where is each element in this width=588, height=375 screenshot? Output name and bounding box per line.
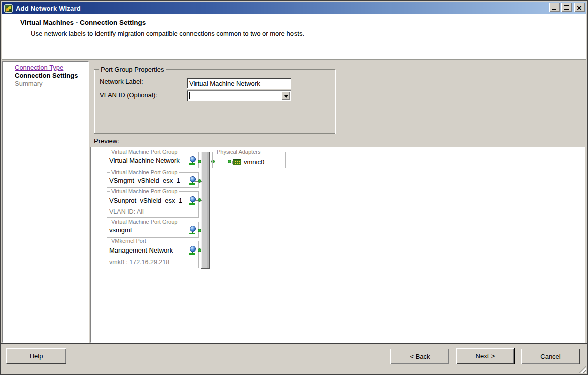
close-button[interactable]: × [574, 3, 585, 12]
wizard-header: Virtual Machines - Connection Settings U… [2, 14, 586, 60]
help-button[interactable]: Help [6, 348, 66, 364]
vlan-dropdown-button[interactable] [282, 91, 290, 100]
vlan-id-label: VLAN ID (Optional): [100, 91, 157, 99]
port-group-type-label: Virtual Machine Port Group [110, 219, 179, 225]
adapter-name: vmnic0 [244, 158, 264, 166]
sidebar-item-connection-settings: Connection Settings [15, 72, 88, 80]
connector-dot [198, 179, 201, 183]
title-bar: Add Network Wizard [2, 2, 586, 14]
text-caret [189, 92, 190, 99]
port-group-name: VSunprot_vShield_esx_1 [109, 197, 182, 204]
connector-dot [198, 198, 201, 202]
connector-dot [198, 248, 201, 252]
window-title: Add Network Wizard [16, 5, 81, 12]
sidebar-item-connection-type[interactable]: Connection Type [15, 64, 88, 72]
port-group-name: VSmgmt_vShield_esx_1 [109, 177, 180, 184]
sidebar-item-summary: Summary [15, 80, 88, 88]
page-subtitle: Use network labels to identify migration… [31, 30, 304, 37]
groupbox-legend: Port Group Properties [99, 66, 166, 73]
port-group-name: Virtual Machine Network [109, 157, 180, 164]
cancel-button[interactable]: Cancel [521, 349, 580, 364]
maximize-icon [564, 5, 569, 10]
port-group-box: Virtual Machine Port Group VSmgmt_vShiel… [107, 172, 199, 188]
physical-adapters-box: Physical Adapters vmnic0 [212, 152, 286, 168]
back-button[interactable]: < Back [390, 349, 449, 364]
network-globe-icon [189, 176, 197, 185]
preview-panel: Virtual Machine Port Group Virtual Machi… [90, 147, 585, 343]
minimize-button[interactable] [549, 3, 560, 12]
wizard-steps-sidebar: Connection Type Connection Settings Summ… [2, 61, 89, 343]
vswitch-bar [201, 152, 210, 269]
port-group-type-label: Virtual Machine Port Group [110, 188, 179, 194]
vmware-wizard-icon [4, 4, 13, 13]
port-group-type-label: Virtual Machine Port Group [110, 169, 179, 175]
port-group-box: Virtual Machine Port Group vsmgmt [107, 222, 199, 238]
port-group-sublabel: vmk0 : 172.16.29.218 [109, 259, 169, 266]
port-group-box: VMkernel Port Management Network vmk0 : … [107, 241, 199, 268]
window-controls: × [549, 3, 585, 12]
network-globe-icon [189, 226, 197, 234]
network-label-input[interactable]: Virtual Machine Network [187, 78, 291, 89]
connector-dot [198, 229, 201, 232]
port-group-type-label: VMkernel Port [110, 238, 148, 244]
connector-dot [198, 160, 201, 163]
network-label-label: Network Label: [100, 78, 143, 85]
close-icon: × [576, 4, 582, 12]
maximize-button[interactable] [561, 3, 572, 12]
minimize-icon [552, 9, 556, 10]
chevron-down-icon [284, 95, 288, 98]
next-button[interactable]: Next > [456, 348, 515, 364]
bottom-separator [1, 343, 587, 344]
port-group-name: Management Network [109, 246, 173, 254]
port-group-sublabel: VLAN ID: All [109, 208, 144, 215]
port-group-box: Virtual Machine Port Group Virtual Machi… [107, 152, 199, 168]
page-title: Virtual Machines - Connection Settings [20, 19, 146, 26]
port-group-name: vsmgmt [109, 226, 132, 234]
preview-label: Preview: [94, 137, 119, 145]
resize-grip[interactable] [579, 366, 586, 373]
network-globe-icon [189, 156, 197, 165]
port-group-type-label: Virtual Machine Port Group [110, 149, 179, 155]
add-network-wizard-dialog: Add Network Wizard × Virtual Machines - … [0, 0, 588, 375]
nic-card-icon [233, 159, 241, 165]
port-group-properties-groupbox: Port Group Properties Network Label: Vir… [94, 69, 335, 134]
physical-adapters-legend: Physical Adapters [215, 149, 262, 155]
vlan-id-combobox[interactable] [187, 90, 291, 101]
port-group-box: Virtual Machine Port Group VSunprot_vShi… [107, 191, 199, 218]
